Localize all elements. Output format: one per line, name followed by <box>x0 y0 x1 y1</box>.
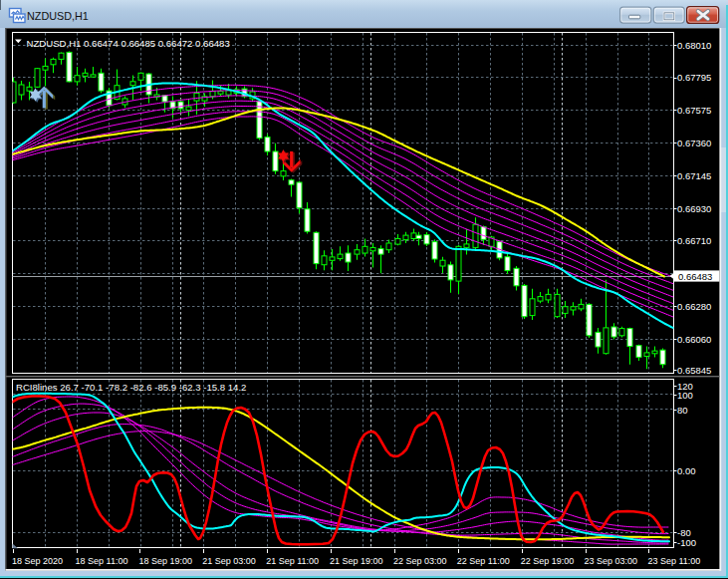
svg-text:18 Sep 2020: 18 Sep 2020 <box>12 556 63 566</box>
svg-text:RCI8lines 26.7 -70.1 -78.2 -82: RCI8lines 26.7 -70.1 -78.2 -82.6 -85.9 -… <box>16 382 246 393</box>
svg-text:21 Sep 03:00: 21 Sep 03:00 <box>202 556 256 566</box>
svg-text:23 Sep 03:00: 23 Sep 03:00 <box>585 556 638 566</box>
svg-text:22 Sep 19:00: 22 Sep 19:00 <box>521 556 575 566</box>
svg-text:18 Sep 19:00: 18 Sep 19:00 <box>138 556 192 566</box>
svg-text:0.00: 0.00 <box>677 465 696 476</box>
svg-text:80: 80 <box>677 405 688 416</box>
svg-text:0.65845: 0.65845 <box>677 365 711 376</box>
svg-text:22 Sep 03:00: 22 Sep 03:00 <box>393 556 447 566</box>
svg-text:0.67795: 0.67795 <box>677 72 711 83</box>
svg-text:18 Sep 11:00: 18 Sep 11:00 <box>76 556 128 566</box>
svg-text:21 Sep 19:00: 21 Sep 19:00 <box>330 556 383 566</box>
svg-text:0.67360: 0.67360 <box>677 138 711 148</box>
svg-text:100: 100 <box>677 390 693 401</box>
svg-text:21 Sep 11:00: 21 Sep 11:00 <box>266 556 319 566</box>
svg-text:0.66710: 0.66710 <box>677 235 711 246</box>
svg-text:0.66930: 0.66930 <box>677 203 711 214</box>
svg-text:23 Sep 11:00: 23 Sep 11:00 <box>647 556 700 566</box>
svg-text:0.67575: 0.67575 <box>677 105 711 116</box>
svg-text:0.67145: 0.67145 <box>677 170 711 181</box>
svg-text:0.66060: 0.66060 <box>677 334 711 345</box>
svg-text:NZDUSD,H1 0.66474 0.66485 0.6: NZDUSD,H1 0.66474 0.66485 0.66472 0.6648… <box>27 38 230 49</box>
svg-text:NZDUSD,H1: NZDUSD,H1 <box>27 10 89 22</box>
svg-text:0.68010: 0.68010 <box>677 40 711 51</box>
svg-text:22 Sep 11:00: 22 Sep 11:00 <box>457 556 510 566</box>
svg-text:-100: -100 <box>677 537 696 548</box>
svg-text:0.66483: 0.66483 <box>678 271 712 282</box>
svg-text:0.66280: 0.66280 <box>677 301 711 312</box>
